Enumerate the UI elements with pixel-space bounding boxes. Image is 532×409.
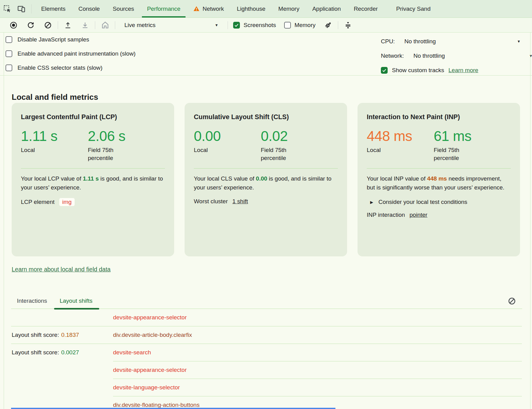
field-value-block: 2.06 s Field 75th percentile: [88, 128, 128, 162]
show-custom-tracks-checkbox[interactable]: Show custom tracks Learn more: [381, 64, 478, 76]
tab-network[interactable]: Network: [187, 0, 230, 18]
lcp-element-row: LCP element img: [21, 198, 165, 206]
panel-mode-select[interactable]: Live metrics ▼: [116, 22, 226, 29]
tab-layout-shifts[interactable]: Layout shifts: [60, 293, 92, 309]
disable-js-samples-row[interactable]: Disable JavaScript samples: [0, 33, 532, 47]
checkbox-unchecked-icon[interactable]: [6, 36, 12, 43]
garbage-collect-icon[interactable]: [319, 18, 337, 32]
home-icon[interactable]: [96, 18, 114, 32]
screenshots-checkbox[interactable]: Screenshots: [233, 22, 276, 29]
learn-more-field-data-link[interactable]: Learn more about local and field data: [12, 266, 111, 273]
local-value: 1.11 s: [21, 128, 88, 144]
card-description: Your local CLS value of 0.00 is good, an…: [194, 174, 338, 192]
table-row[interactable]: Layout shift score: 0.1837 div.devsite-a…: [11, 326, 522, 344]
table-row[interactable]: devsite-language-selector: [11, 379, 522, 396]
tab-interactions[interactable]: Interactions: [17, 293, 47, 309]
tab-application[interactable]: Application: [306, 0, 347, 18]
local-value: 0.00: [194, 128, 261, 144]
card-title: Interaction to Next Paint (INP): [367, 113, 511, 121]
clear-button[interactable]: [39, 18, 57, 32]
chevron-down-icon[interactable]: ▼: [517, 39, 521, 44]
divider: [115, 21, 115, 29]
worst-cluster-link[interactable]: 1 shift: [233, 198, 248, 205]
selected-row-highlight: [11, 408, 335, 409]
metric-cards: Largest Contentful Paint (LCP) 1.11 s Lo…: [12, 103, 520, 256]
lcp-card: Largest Contentful Paint (LCP) 1.11 s Lo…: [12, 103, 174, 256]
shift-element-link[interactable]: devsite-search: [113, 349, 151, 356]
disclosure-triangle-icon: ▶: [370, 200, 373, 204]
memory-checkbox[interactable]: Memory: [284, 22, 316, 29]
shift-element-link[interactable]: div.devsite-article-body.clearfix: [113, 332, 192, 338]
card-divider: [367, 168, 511, 169]
table-row[interactable]: devsite-appearance-selector: [11, 361, 522, 379]
devtools-performance-panel: Elements Console Sources Performance Net…: [0, 0, 532, 409]
local-value-block: 448 ms Local: [367, 128, 434, 162]
download-profile-icon[interactable]: [76, 18, 94, 32]
page-title: Local and field metrics: [12, 92, 98, 102]
clear-log-icon[interactable]: [507, 297, 516, 305]
tab-lighthouse[interactable]: Lighthouse: [230, 0, 272, 18]
device-toolbar-icon[interactable]: [14, 0, 28, 18]
reload-record-button[interactable]: [22, 18, 39, 32]
card-divider: [21, 168, 165, 169]
tab-recorder[interactable]: Recorder: [347, 0, 384, 18]
panel-left-edge: [4, 33, 4, 409]
card-divider: [194, 168, 338, 169]
tab-privacy-sandbox[interactable]: Privacy Sand: [390, 0, 437, 18]
chevron-down-icon: ▼: [215, 23, 218, 27]
checkbox-unchecked-icon[interactable]: [6, 64, 12, 71]
layout-shifts-table: devsite-appearance-selector Layout shift…: [11, 309, 522, 409]
tab-elements[interactable]: Elements: [35, 0, 72, 18]
card-description: Your local LCP value of 1.11 s is good, …: [21, 174, 165, 192]
divider: [228, 21, 228, 29]
lcp-element-link[interactable]: img: [59, 198, 75, 206]
upload-profile-icon[interactable]: [59, 18, 76, 32]
worst-cluster-row: Worst cluster 1 shift: [194, 198, 338, 205]
inspect-icon[interactable]: [0, 0, 14, 18]
chevron-down-icon[interactable]: ▼: [529, 54, 532, 58]
field-value: 2.06 s: [88, 128, 128, 144]
shift-score: 0.0027: [61, 349, 79, 356]
divider: [338, 21, 338, 29]
learn-more-link[interactable]: Learn more: [448, 67, 478, 74]
local-value-block: 0.00 Local: [194, 128, 261, 162]
checkbox-unchecked-icon[interactable]: [6, 50, 12, 57]
table-row[interactable]: div.devsite-floating-action-buttons: [11, 396, 522, 409]
checkbox-unchecked-icon: [284, 22, 291, 29]
tab-sources[interactable]: Sources: [106, 0, 141, 18]
devtools-tabbar: Elements Console Sources Performance Net…: [0, 0, 532, 18]
inp-interaction-row: INP interaction pointer: [367, 212, 511, 218]
field-value: 0.02: [261, 128, 301, 144]
card-description: Your local INP value of 448 ms needs imp…: [367, 174, 511, 192]
shift-element-link[interactable]: devsite-appearance-selector: [113, 367, 187, 373]
inp-card: Interaction to Next Paint (INP) 448 ms L…: [358, 103, 520, 256]
local-test-conditions-disclosure[interactable]: ▶ Consider your local test conditions: [367, 199, 511, 205]
network-throttling-select[interactable]: Network: No throttling: [381, 50, 445, 62]
log-tabbar: Interactions Layout shifts: [11, 293, 522, 309]
tab-performance[interactable]: Performance: [141, 0, 187, 18]
panel-right-edge: [530, 33, 530, 409]
divider: [58, 21, 58, 29]
inp-interaction-link[interactable]: pointer: [409, 212, 427, 218]
checkbox-checked-icon: [381, 67, 388, 74]
collapse-icon[interactable]: [339, 18, 357, 32]
performance-toolbar: Live metrics ▼ Screenshots Memory: [0, 18, 532, 33]
cpu-throttling-select[interactable]: CPU: No throttling: [381, 35, 436, 48]
cls-card: Cumulative Layout Shift (CLS) 0.00 Local…: [185, 103, 347, 256]
divider: [95, 21, 95, 29]
shift-element-link[interactable]: devsite-language-selector: [113, 384, 180, 391]
warning-icon: [193, 6, 200, 12]
shift-element-link[interactable]: div.devsite-floating-action-buttons: [113, 402, 200, 408]
local-value: 448 ms: [367, 128, 434, 144]
shift-element-link[interactable]: devsite-appearance-selector: [113, 314, 187, 321]
advanced-paint-row[interactable]: Enable advanced paint instrumentation (s…: [0, 47, 532, 61]
table-row[interactable]: Layout shift score: 0.0027 devsite-searc…: [11, 344, 522, 361]
tab-memory[interactable]: Memory: [272, 0, 306, 18]
table-row[interactable]: devsite-appearance-selector: [11, 309, 522, 326]
card-title: Largest Contentful Paint (LCP): [21, 113, 165, 121]
field-value-block: 61 ms Field 75th percentile: [434, 128, 474, 162]
tab-console[interactable]: Console: [72, 0, 106, 18]
record-button[interactable]: [5, 18, 22, 32]
checkbox-checked-icon: [233, 22, 240, 29]
shift-score: 0.1837: [61, 332, 79, 338]
